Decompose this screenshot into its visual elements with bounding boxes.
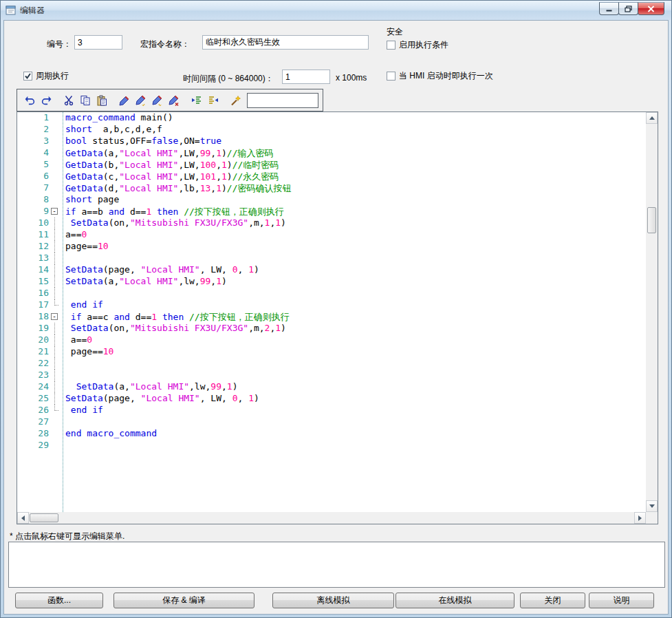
line-number: 13 (17, 253, 49, 264)
line-number: 11 (17, 229, 49, 241)
fold-margin (49, 416, 63, 428)
line-number: 28 (17, 428, 49, 440)
line-number: 12 (17, 241, 49, 253)
line-number: 23 (17, 370, 49, 381)
compiler-output-box[interactable] (8, 542, 665, 588)
line-number: 27 (17, 416, 49, 428)
bookmark-clear-icon[interactable] (166, 92, 182, 109)
security-label: 安全 (387, 26, 403, 38)
scroll-up-button[interactable] (646, 112, 658, 124)
run-on-start-checkbox[interactable]: 当 HMI 启动时即执行一次 (387, 70, 493, 82)
enable-condition-checkbox[interactable]: 启用执行条件 (387, 39, 448, 51)
scroll-right-button[interactable] (634, 512, 646, 524)
code-line: 4GetData(a,"Local HMI",LW,99,1)//输入密码 (17, 147, 646, 159)
checkbox-box (387, 41, 395, 50)
interval-input[interactable] (282, 70, 330, 84)
code-line: 24 SetData(a,"Local HMI",lw,99,1) (17, 381, 646, 393)
titlebar[interactable]: 编辑器 (1, 1, 671, 20)
code-line: 8short page (17, 194, 646, 206)
bookmark-prev-icon[interactable] (149, 92, 166, 109)
fold-margin (49, 124, 63, 136)
code-text: short a,b,c,d,e,f (63, 124, 162, 136)
copy-icon[interactable] (77, 92, 94, 109)
code-text: macro_command main() (63, 112, 173, 124)
paste-icon[interactable] (94, 92, 110, 109)
undo-icon[interactable] (21, 92, 38, 109)
offline-simulate-button[interactable]: 离线模拟 (272, 593, 394, 608)
code-text: SetData(page, "Local HMI", LW, 0, 1) (63, 393, 259, 405)
code-area[interactable]: 1macro_command main()2short a,b,c,d,e,f3… (17, 112, 646, 512)
code-text: GetData(c,"Local HMI",LW,101,1)//永久密码 (63, 171, 279, 182)
checkbox-box (23, 72, 32, 81)
scroll-down-button[interactable] (646, 500, 658, 512)
fold-margin (49, 334, 63, 346)
close-dialog-button[interactable]: 关闭 (520, 593, 585, 608)
close-button[interactable] (638, 2, 664, 15)
fold-margin (49, 288, 63, 299)
number-input[interactable] (74, 35, 122, 50)
code-line: 19 SetData(on,"Mitsubishi FX3U/FX3G",m,2… (17, 323, 646, 334)
gutter-separator (63, 112, 63, 512)
line-number: 29 (17, 440, 49, 451)
periodic-checkbox[interactable]: 周期执行 (23, 70, 69, 82)
fold-margin (49, 253, 63, 264)
wand-icon[interactable] (228, 92, 244, 109)
fold-toggle-icon[interactable]: - (49, 311, 63, 323)
code-line: 16 (17, 288, 646, 299)
fold-toggle-icon[interactable]: - (49, 206, 63, 217)
code-text: a==0 (63, 334, 92, 346)
window-title: 编辑器 (20, 5, 45, 17)
number-label: 编号： (47, 39, 72, 50)
code-line: 20 a==0 (17, 334, 646, 346)
window-icon (6, 5, 17, 16)
maximize-button[interactable] (618, 2, 638, 15)
horizontal-scrollbar[interactable] (17, 512, 646, 524)
line-number: 3 (17, 136, 49, 147)
vertical-scroll-thumb[interactable] (647, 207, 656, 233)
interval-unit: x 100ms (336, 73, 367, 83)
minimize-button[interactable] (599, 2, 619, 15)
run-on-start-label: 当 HMI 启动时即执行一次 (399, 70, 493, 82)
code-line: 14SetData(page, "Local HMI", LW, 0, 1) (17, 264, 646, 276)
window-controls (600, 2, 664, 15)
code-line: 6GetData(c,"Local HMI",LW,101,1)//永久密码 (17, 171, 646, 182)
fold-margin (49, 264, 63, 276)
indent-icon[interactable] (205, 92, 221, 109)
code-line: 26 end if (17, 405, 646, 416)
editor-toolbar (17, 89, 323, 111)
line-number: 21 (17, 346, 49, 358)
fold-margin (49, 428, 63, 440)
line-number: 5 (17, 159, 49, 171)
bookmark-next-icon[interactable] (133, 92, 149, 109)
code-line: 27 (17, 416, 646, 428)
line-number: 7 (17, 182, 49, 194)
code-line: 13 (17, 253, 646, 264)
scrollbar-corner (646, 512, 658, 524)
checkbox-box (387, 72, 395, 81)
scroll-left-button[interactable] (17, 512, 29, 524)
fold-margin (49, 405, 63, 416)
toolbar-search-input[interactable] (247, 93, 318, 108)
help-button[interactable]: 说明 (589, 593, 654, 608)
code-line: 7GetData(d,"Local HMI",lb,13,1)//密码确认按钮 (17, 182, 646, 194)
redo-icon[interactable] (38, 92, 54, 109)
line-number: 8 (17, 194, 49, 206)
horizontal-scroll-thumb[interactable] (30, 513, 58, 522)
save-compile-button[interactable]: 保存 & 编译 (113, 593, 254, 608)
line-number: 24 (17, 381, 49, 393)
macro-name-input[interactable] (202, 35, 369, 50)
functions-button[interactable]: 函数... (15, 593, 103, 608)
fold-margin (49, 358, 63, 370)
code-line: 28end macro_command (17, 428, 646, 440)
code-line: 15SetData(a,"Local HMI",lw,99,1) (17, 276, 646, 288)
editor-window: 编辑器 编号： 宏指令名称： 安全 启用执行条件 (0, 0, 672, 618)
outdent-icon[interactable] (188, 92, 205, 109)
code-text: end if (63, 405, 103, 416)
line-number: 14 (17, 264, 49, 276)
online-simulate-button[interactable]: 在线模拟 (395, 593, 514, 608)
line-number: 9 (17, 206, 49, 217)
bookmark-toggle-icon[interactable] (116, 92, 133, 109)
fold-margin (49, 370, 63, 381)
vertical-scrollbar[interactable] (646, 112, 658, 512)
cut-icon[interactable] (61, 92, 77, 109)
